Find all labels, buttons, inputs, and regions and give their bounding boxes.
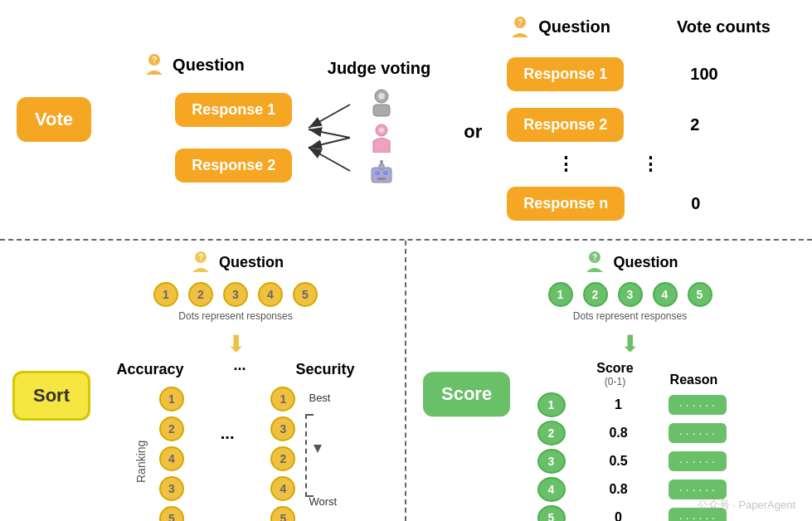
arrow-down-bracket xyxy=(314,445,322,453)
bl-dot4: 4 xyxy=(258,282,283,307)
vc-dots-mid: ⋮ xyxy=(557,153,575,175)
judge-person2-icon xyxy=(367,123,396,153)
score-subheader: (0-1) xyxy=(591,376,640,387)
sr4-dot: 4 xyxy=(537,477,566,502)
judge-voting-label: Judge voting xyxy=(328,59,430,78)
accuracy-col: 1 2 4 3 5 xyxy=(156,387,187,521)
response2-box: Response 2 xyxy=(175,149,292,183)
sr3-dot: 3 xyxy=(537,449,566,474)
sr5-score: 0 xyxy=(594,510,644,521)
svg-point-11 xyxy=(379,128,384,133)
green-question-icon: ? xyxy=(581,249,608,275)
svg-rect-15 xyxy=(377,178,386,180)
bl-arrow-down: ⬇ xyxy=(226,330,246,358)
vc-count1: 100 xyxy=(690,65,717,84)
svg-rect-16 xyxy=(379,164,384,169)
br-arrow-down: ⬇ xyxy=(620,330,639,358)
svg-point-18 xyxy=(380,160,383,163)
bottom-section: Sort Score ? Question 1 2 xyxy=(0,241,812,521)
sr4-reason: · · · · · · xyxy=(669,480,727,499)
vc-count2: 2 xyxy=(690,115,699,134)
accuracy-label: Accuracy xyxy=(116,361,183,378)
vote-label: Vote xyxy=(17,97,91,142)
bl-content: ? Question 1 2 3 4 5 Dots represent resp… xyxy=(0,249,405,521)
svg-text:?: ? xyxy=(198,253,203,262)
judge-robot-icon xyxy=(367,158,396,187)
response1-box: Response 1 xyxy=(175,93,292,127)
ranking-cols: 1 2 4 3 5 ··· 1 3 xyxy=(156,387,337,521)
ellipsis-col: ··· xyxy=(221,428,235,447)
sec-row4: 4 xyxy=(270,476,295,501)
sr3-reason: · · · · · · xyxy=(669,451,727,471)
sr1-score: 1 xyxy=(594,397,644,412)
arrows-area xyxy=(300,88,358,187)
br-dots-row: 1 2 3 4 5 xyxy=(545,282,716,307)
ellipsis-label: ··· xyxy=(234,361,246,378)
watermark-text: 公众号 · PaperAgent xyxy=(698,498,796,513)
svg-line-5 xyxy=(309,148,350,171)
main-container: Vote ? Question Judge voting xyxy=(0,0,812,521)
bottom-right-section: ? Question 1 2 3 4 5 Dots represent resp… xyxy=(406,241,812,521)
sr2-reason: · · · · · · xyxy=(669,423,727,443)
security-col: 1 3 2 4 5 xyxy=(267,387,299,521)
vc-count-dots: ⋮ xyxy=(641,153,659,175)
svg-rect-12 xyxy=(372,168,391,183)
security-area: 1 3 2 4 5 Best xyxy=(267,387,337,521)
br-dot1: 1 xyxy=(548,282,573,307)
top-section: Vote ? Question Judge voting xyxy=(0,0,812,241)
score-row-2: 2 0.8 · · · · · · xyxy=(534,421,727,446)
vc-response-n: Response n xyxy=(507,187,625,221)
sec-row1: 1 xyxy=(270,387,295,411)
svg-rect-14 xyxy=(383,171,388,175)
br-dot3: 3 xyxy=(618,282,643,307)
br-dot4: 4 xyxy=(653,282,678,307)
score-col-header: Score xyxy=(591,361,640,376)
or-text: or xyxy=(464,121,482,143)
ranking-area: Ranking 1 2 4 3 5 ··· xyxy=(134,387,337,521)
vc-response2: Response 2 xyxy=(507,108,624,142)
bl-dot1: 1 xyxy=(153,282,178,307)
acc-row2: 2 xyxy=(159,416,184,441)
vc-count-n: 0 xyxy=(691,194,700,213)
bottom-left-section: ? Question 1 2 3 4 5 Dots represent resp… xyxy=(0,241,406,521)
bl-dot3: 3 xyxy=(223,282,248,307)
br-dots-label: Dots represent responses xyxy=(573,310,687,322)
orange-question-icon2: ? xyxy=(507,14,533,41)
worst-label: Worst xyxy=(309,495,337,508)
vote-counts-label: Vote counts xyxy=(677,17,771,37)
top-right-question-label: Question xyxy=(538,17,610,37)
svg-text:?: ? xyxy=(592,253,597,262)
reason-col-header: Reason xyxy=(665,372,723,387)
sec-row5: 5 xyxy=(270,506,295,521)
acc-row3: 4 xyxy=(159,446,184,471)
sr2-score: 0.8 xyxy=(594,426,644,441)
sr1-reason: · · · · · · xyxy=(669,395,727,415)
bl-criteria-row: Accuracy ··· Security xyxy=(116,361,354,378)
bl-dot5: 5 xyxy=(293,282,318,307)
sec-row2: 3 xyxy=(270,416,295,441)
best-label: Best xyxy=(309,392,330,404)
svg-rect-8 xyxy=(373,105,390,116)
acc-row4: 3 xyxy=(159,476,184,501)
score-row-1: 1 1 · · · · · · xyxy=(534,392,727,417)
svg-line-4 xyxy=(309,129,350,138)
ranking-label: Ranking xyxy=(134,395,148,521)
sr4-score: 0.8 xyxy=(594,482,644,497)
svg-line-3 xyxy=(309,105,350,128)
svg-text:?: ? xyxy=(518,18,523,27)
sr5-dot: 5 xyxy=(537,505,566,521)
acc-row1: 1 xyxy=(159,387,184,411)
br-dot5: 5 xyxy=(688,282,712,307)
sec-row3: 2 xyxy=(270,446,295,471)
br-content: ? Question 1 2 3 4 5 Dots represent resp… xyxy=(406,249,812,521)
bl-dot2: 2 xyxy=(188,282,213,307)
sr2-dot: 2 xyxy=(537,421,566,446)
bl-dots-label: Dots represent responses xyxy=(178,310,292,322)
svg-point-9 xyxy=(378,93,385,100)
sr3-score: 0.5 xyxy=(594,454,644,469)
br-dot2: 2 xyxy=(583,282,608,307)
orange-question-icon: ? xyxy=(141,51,168,78)
bl-question-label: Question xyxy=(219,254,284,271)
svg-marker-23 xyxy=(314,445,322,453)
bl-dots-row: 1 2 3 4 5 xyxy=(150,282,321,307)
